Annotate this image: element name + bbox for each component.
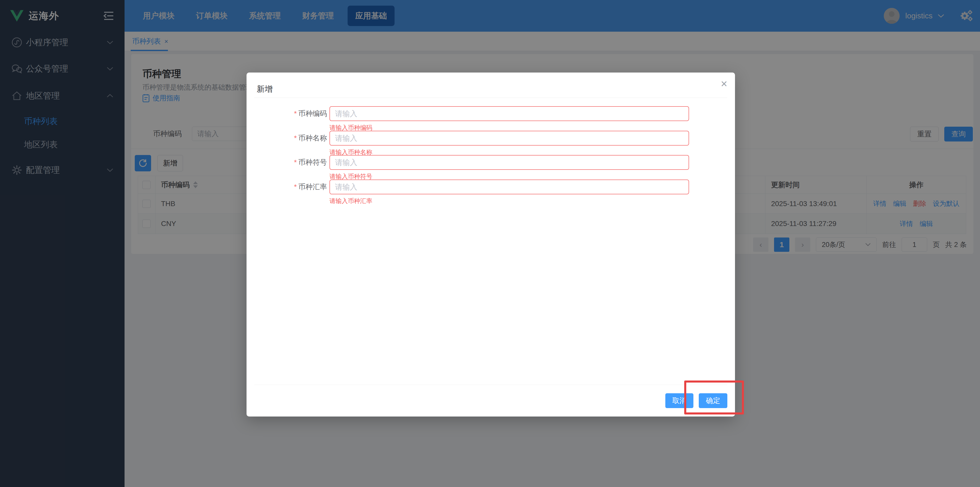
add-currency-dialog: 新增 × *币种编码 请输入币种编码 *币种名称 请输入币种名称 *币种符号 请… [247, 72, 735, 417]
currency-symbol-input[interactable] [329, 155, 689, 170]
field-label-currency-name: *币种名称 [247, 131, 327, 145]
dialog-header-divider [254, 97, 727, 98]
app-screen: 运海外 小程序管理 [0, 0, 980, 487]
currency-rate-input[interactable] [329, 179, 689, 194]
currency-name-input[interactable] [329, 131, 689, 145]
currency-code-input[interactable] [329, 106, 689, 121]
field-label-currency-rate: *币种汇率 [247, 179, 327, 194]
dialog-footer-divider [254, 385, 727, 385]
field-label-currency-code: *币种编码 [247, 106, 327, 121]
close-icon[interactable]: × [721, 78, 727, 89]
validation-error: 请输入币种汇率 [329, 197, 372, 205]
annotation-highlight-box [684, 380, 744, 415]
dialog-title: 新增 [257, 84, 272, 94]
field-label-currency-symbol: *币种符号 [247, 155, 327, 170]
